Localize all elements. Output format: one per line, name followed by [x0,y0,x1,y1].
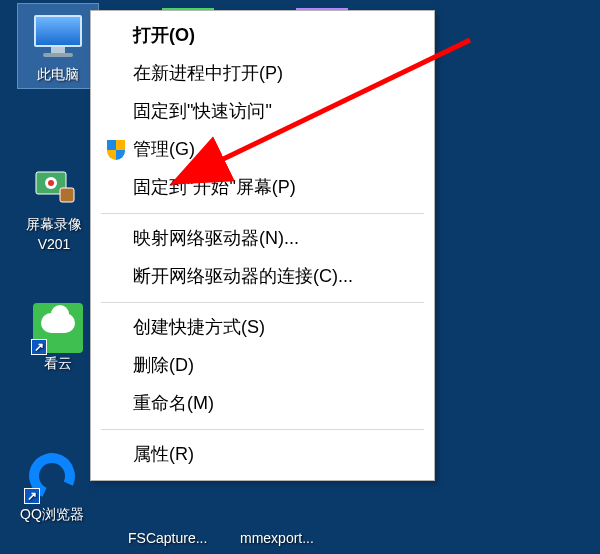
menu-separator [101,302,424,303]
menu-separator [101,429,424,430]
desktop-icon-kanyun[interactable]: ↗ 看云 [18,303,98,373]
shortcut-overlay-icon: ↗ [31,339,47,355]
menu-item-rename[interactable]: 重命名(M) [93,385,432,423]
menu-item-label: 固定到"快速访问" [133,101,272,123]
menu-item-label: 重命名(M) [133,393,214,415]
shortcut-overlay-icon: ↗ [24,488,40,504]
blank-icon [105,393,127,415]
menu-item-label: 管理(G) [133,139,195,161]
blank-icon [105,177,127,199]
screen-recorder-icon [26,158,82,214]
desktop-icon-label: V201 [38,236,71,252]
menu-item-disconnect-network-drive[interactable]: 断开网络驱动器的连接(C)... [93,258,432,296]
blank-icon [105,444,127,466]
context-menu: 打开(O) 在新进程中打开(P) 固定到"快速访问" 管理(G) 固定到"开始"… [90,10,435,481]
desktop-icon-qq-browser[interactable]: ↗ QQ浏览器 [12,448,92,524]
menu-item-manage[interactable]: 管理(G) [93,131,432,169]
blank-icon [105,63,127,85]
desktop-icon-this-pc[interactable]: 此电脑 [18,4,98,88]
menu-item-open-new-process[interactable]: 在新进程中打开(P) [93,55,432,93]
menu-item-label: 固定到"开始"屏幕(P) [133,177,296,199]
desktop-icon-label-mmexport[interactable]: mmexport... [240,530,314,546]
this-pc-icon [30,8,86,64]
desktop-icon-label: QQ浏览器 [20,506,84,524]
blank-icon [105,101,127,123]
desktop-icon-label: 看云 [44,355,72,373]
menu-item-label: 删除(D) [133,355,194,377]
menu-item-label: 打开(O) [133,25,195,47]
blank-icon [105,228,127,250]
shield-icon [105,139,127,161]
svg-point-2 [48,180,54,186]
qq-browser-icon: ↗ [24,448,80,504]
desktop-icon-label: 屏幕录像 [26,216,82,234]
menu-item-create-shortcut[interactable]: 创建快捷方式(S) [93,309,432,347]
desktop-icon-label-fscapture[interactable]: FSCapture... [128,530,207,546]
blank-icon [105,355,127,377]
menu-item-properties[interactable]: 属性(R) [93,436,432,474]
desktop-icon-label: 此电脑 [37,66,79,84]
desktop-icon-screen-recorder[interactable]: 屏幕录像 V201 [14,158,94,252]
blank-icon [105,266,127,288]
kanyun-icon: ↗ [33,303,83,353]
menu-separator [101,213,424,214]
menu-item-label: 创建快捷方式(S) [133,317,265,339]
menu-item-map-network-drive[interactable]: 映射网络驱动器(N)... [93,220,432,258]
svg-rect-3 [60,188,74,202]
menu-item-pin-start[interactable]: 固定到"开始"屏幕(P) [93,169,432,207]
blank-icon [105,25,127,47]
menu-item-label: 映射网络驱动器(N)... [133,228,299,250]
menu-item-label: 在新进程中打开(P) [133,63,283,85]
menu-item-delete[interactable]: 删除(D) [93,347,432,385]
desktop: 此电脑 Dw Ae 屏幕录像 V201 ↗ 看云 ↗ [0,0,600,554]
menu-item-pin-quick-access[interactable]: 固定到"快速访问" [93,93,432,131]
blank-icon [105,317,127,339]
menu-item-label: 断开网络驱动器的连接(C)... [133,266,353,288]
menu-item-label: 属性(R) [133,444,194,466]
menu-item-open[interactable]: 打开(O) [93,17,432,55]
